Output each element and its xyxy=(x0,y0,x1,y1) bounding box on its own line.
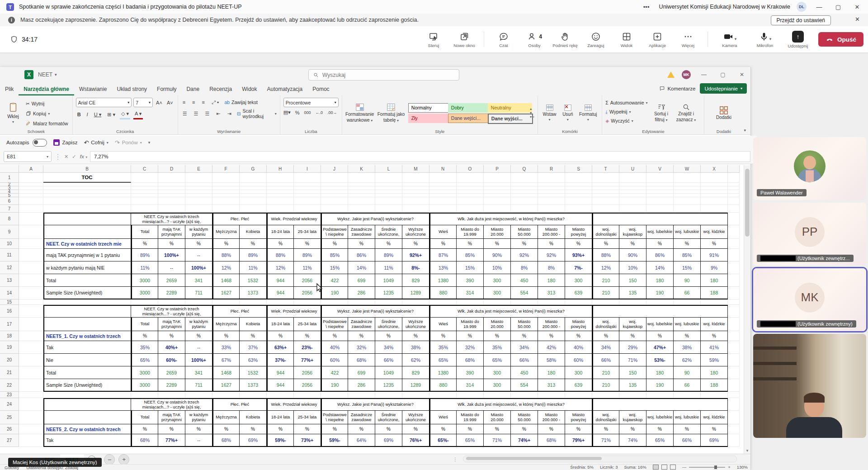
cell[interactable] xyxy=(565,194,592,197)
value-cell[interactable]: 1532 xyxy=(240,366,267,379)
cell[interactable] xyxy=(19,194,43,197)
increase-indent-icon[interactable]: ⇥ xyxy=(226,109,232,118)
underline-button[interactable]: U ▾ xyxy=(93,110,103,119)
shrink-font-button[interactable]: A˅ xyxy=(165,98,175,107)
zoom-level[interactable]: 130% xyxy=(737,465,748,470)
value-cell[interactable]: 1627 xyxy=(212,287,240,299)
zoom-out-icon[interactable]: — xyxy=(682,465,687,470)
cell[interactable] xyxy=(43,197,131,205)
column-header-cell[interactable]: Podstawowe \ niepełne xyxy=(321,318,348,331)
value-cell[interactable]: 34% xyxy=(592,341,619,354)
row-label-cell[interactable]: Sample Size (Unweighted) xyxy=(43,379,131,392)
column-header[interactable]: O xyxy=(457,165,484,173)
percent-cell[interactable]: % xyxy=(646,331,674,341)
cell[interactable] xyxy=(348,205,375,213)
column-header-cell[interactable]: Mężczyzna xyxy=(212,318,240,331)
row-header[interactable]: 17 xyxy=(0,318,19,331)
cell[interactable] xyxy=(294,173,321,183)
percent-cell[interactable]: % xyxy=(592,239,619,249)
value-cell[interactable]: 68% xyxy=(131,434,158,447)
value-cell[interactable]: 135 xyxy=(619,287,646,299)
cell[interactable] xyxy=(646,205,674,213)
camera-chevron-icon[interactable]: ▾ xyxy=(735,37,737,41)
cell[interactable] xyxy=(646,194,674,197)
column-header-cell[interactable]: woj. lubelskie xyxy=(646,225,674,239)
cell[interactable] xyxy=(212,392,240,398)
cell[interactable] xyxy=(131,392,158,398)
value-cell[interactable]: 66% xyxy=(674,434,701,447)
decrease-decimal-icon[interactable]: .00→ xyxy=(327,110,337,115)
cell[interactable] xyxy=(43,205,131,213)
cell[interactable] xyxy=(348,194,375,197)
column-header-cell[interactable]: Miasto 200.000 - xyxy=(538,318,565,331)
cell[interactable] xyxy=(592,299,619,305)
cell[interactable] xyxy=(674,173,701,183)
cell[interactable] xyxy=(646,392,674,398)
percent-cell[interactable]: % xyxy=(267,239,294,249)
column-header-cell[interactable]: woj. lubelskie xyxy=(646,318,674,331)
cell[interactable] xyxy=(212,186,240,190)
value-cell[interactable]: 1380 xyxy=(429,366,457,379)
column-header-cell[interactable]: 25-34 lata xyxy=(294,225,321,239)
row-header[interactable]: 26 xyxy=(0,424,19,434)
cell[interactable] xyxy=(701,186,728,190)
gallery-down-icon[interactable]: ▼ xyxy=(529,111,534,114)
value-cell[interactable]: 90 xyxy=(674,274,701,287)
value-cell[interactable]: 10% xyxy=(484,261,511,274)
group-header-cell[interactable]: Wyksz. Jakie jest Pana(i) wykształcenie? xyxy=(321,305,429,318)
cell[interactable] xyxy=(728,305,740,318)
percent-cell[interactable]: % xyxy=(565,331,592,341)
value-cell[interactable]: 23%- xyxy=(294,341,321,354)
value-cell[interactable]: 210 xyxy=(592,379,619,392)
cell[interactable] xyxy=(43,305,131,318)
cell[interactable] xyxy=(728,239,740,249)
percent-cell[interactable]: % xyxy=(185,424,212,434)
insert-cells-button[interactable]: Wstaw▾ xyxy=(543,98,557,128)
cell[interactable] xyxy=(538,173,565,183)
cell[interactable] xyxy=(728,411,740,424)
cell[interactable] xyxy=(185,183,212,186)
percent-cell[interactable]: % xyxy=(240,424,267,434)
share-zoom-in-button[interactable]: + xyxy=(118,454,129,465)
percent-cell[interactable]: % xyxy=(321,239,348,249)
question-label-cell[interactable]: NEET5_1. Czy w ostatnich trzech xyxy=(43,331,131,341)
more-options-icon[interactable]: ••• xyxy=(640,4,653,10)
cell[interactable] xyxy=(212,190,240,194)
value-cell[interactable]: 59%- xyxy=(321,434,348,447)
cell[interactable] xyxy=(43,194,131,197)
cell[interactable] xyxy=(728,274,740,287)
cell[interactable] xyxy=(43,186,131,190)
value-cell[interactable]: 10% xyxy=(619,261,646,274)
value-cell[interactable]: 180 xyxy=(538,366,565,379)
cell[interactable] xyxy=(19,354,43,366)
autosum-button[interactable]: ΣAutosumowanie▾ xyxy=(605,99,647,107)
vertical-scrollbar[interactable]: ▼ xyxy=(744,165,750,454)
value-cell[interactable]: 2659 xyxy=(158,274,185,287)
cell[interactable] xyxy=(131,190,158,194)
cell[interactable] xyxy=(728,299,740,305)
column-header-cell[interactable]: woj. kujawskop xyxy=(619,318,646,331)
normal-view-icon[interactable] xyxy=(653,465,659,470)
wrap-text-button[interactable]: abZawijaj tekst xyxy=(224,98,257,107)
value-cell[interactable]: 300 xyxy=(565,366,592,379)
row-header[interactable]: 12 xyxy=(0,261,19,274)
cell[interactable] xyxy=(43,225,131,239)
value-cell[interactable]: 65% xyxy=(457,434,484,447)
cell[interactable] xyxy=(511,299,538,305)
row-header[interactable]: 13 xyxy=(0,274,19,287)
cell[interactable] xyxy=(402,299,429,305)
column-header-cell[interactable]: Miasto 50.000 xyxy=(511,225,538,239)
percent-cell[interactable]: % xyxy=(484,239,511,249)
group-header-cell[interactable]: Płec. Płeć xyxy=(212,305,267,318)
cell[interactable] xyxy=(240,186,267,190)
row-header[interactable]: 27 xyxy=(0,434,19,447)
percent-cell[interactable]: % xyxy=(538,424,565,434)
value-cell[interactable]: 40% xyxy=(565,341,592,354)
value-cell[interactable]: 35% xyxy=(429,341,457,354)
cell[interactable] xyxy=(19,249,43,261)
cell[interactable] xyxy=(185,197,212,205)
percent-cell[interactable]: % xyxy=(375,239,402,249)
horizontal-scrollbar[interactable] xyxy=(463,456,737,462)
percent-cell[interactable]: % xyxy=(240,239,267,249)
column-header[interactable]: S xyxy=(565,165,592,173)
